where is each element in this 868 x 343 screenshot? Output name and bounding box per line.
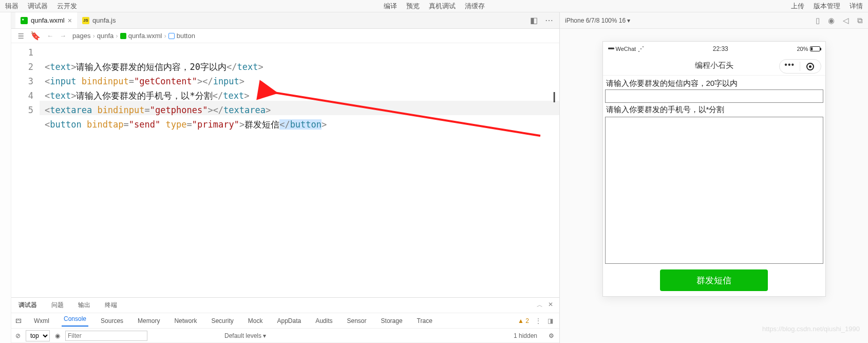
signal-icon: •••••	[608, 45, 614, 52]
more-icon[interactable]: ⋯	[545, 15, 553, 25]
popout-icon[interactable]: ⧉	[857, 16, 863, 25]
devtab-terminal[interactable]: 终端	[98, 298, 124, 313]
menubar: 辑器 调试器 云开发 编译 预览 真机调试 清缓存 上传 版本管理 详情	[0, 0, 868, 12]
scope-select[interactable]: top	[26, 330, 50, 341]
status-time: 22:33	[644, 45, 797, 52]
close-icon[interactable]: ✕	[548, 301, 553, 310]
wxml-file-icon	[120, 33, 126, 39]
tab-qunfa-wxml[interactable]: qunfa.wxml ×	[15, 12, 77, 28]
menu-preview[interactable]: 预览	[406, 2, 420, 11]
breadcrumb-part[interactable]: pages	[72, 32, 90, 40]
device-select[interactable]: iPhone 6/7/8 100% 16 ▾	[565, 17, 816, 24]
tab-label: qunfa.wxml	[31, 16, 65, 24]
menu-details[interactable]: 详情	[850, 2, 863, 11]
devtools-panel: 调试器 问题 输出 终端 ︿ ✕ ⮹ Wxml Cons	[11, 297, 559, 343]
code-content[interactable]: <text>请输入你要群发的短信内容，20字以内</text> <input b…	[40, 43, 559, 297]
tab-qunfa-js[interactable]: JS qunfa.js	[77, 12, 121, 28]
breadcrumb-part[interactable]: qunfa.wxml	[128, 32, 162, 40]
subtab-wxml[interactable]: Wxml	[32, 317, 51, 324]
mute-icon[interactable]: ◁	[843, 16, 849, 25]
tab-label: qunfa.js	[92, 16, 116, 24]
breadcrumb-part[interactable]: qunfa	[97, 32, 114, 40]
subtab-console[interactable]: Console	[62, 315, 88, 327]
phone-label: 请输入你要群发的手机号，以*分割	[605, 103, 823, 116]
collapse-icon[interactable]: ︿	[537, 301, 543, 310]
clear-console-icon[interactable]: ⊘	[15, 332, 21, 339]
line-numbers: 1 2 3 4 5	[11, 43, 40, 297]
text-cursor-icon: Ⅰ	[552, 91, 556, 105]
eye-icon[interactable]: ◉	[55, 332, 60, 339]
watermark: https://blog.csdn.net/qiushi_1990	[762, 325, 860, 333]
subtab-appdata[interactable]: AppData	[275, 317, 303, 324]
code-editor[interactable]: 1 2 3 4 5 <text>请输入你要群发的短信内容，20字以内</text…	[11, 43, 559, 297]
devtab-output[interactable]: 输出	[71, 298, 98, 313]
warn-badge[interactable]: ▲ 2	[518, 317, 529, 324]
devtab-debugger[interactable]: 调试器	[11, 298, 44, 313]
bookmark-icon[interactable]: 🔖	[30, 31, 41, 41]
device-frame: ••••• WeChat ⋰ 22:33 20% 编程小石头 •••	[602, 41, 826, 297]
menu-compile[interactable]: 编译	[384, 2, 397, 11]
battery-indicator: 20%	[797, 46, 820, 52]
subtab-security[interactable]: Security	[209, 317, 235, 324]
simulator-toolbar: iPhone 6/7/8 100% 16 ▾ ▯ ◉ ◁ ⧉	[560, 12, 868, 29]
phone-textarea[interactable]	[605, 117, 823, 264]
subtab-memory[interactable]: Memory	[136, 317, 162, 324]
battery-icon	[810, 46, 820, 51]
mini-nav-bar: 编程小石头 •••	[603, 56, 825, 76]
kebab-icon[interactable]: ⋮	[535, 317, 541, 324]
hidden-count: 1 hidden	[514, 332, 543, 339]
menu-dots-icon[interactable]: •••	[780, 62, 801, 71]
capsule-button[interactable]: •••	[779, 59, 821, 74]
list-icon[interactable]: ≣	[17, 31, 24, 41]
menu-remote-debug[interactable]: 真机调试	[429, 2, 456, 11]
sidebar-collapsed[interactable]	[0, 12, 11, 343]
js-file-icon: JS	[82, 17, 89, 24]
devtab-problems[interactable]: 问题	[44, 298, 71, 313]
menu-clear-cache[interactable]: 清缓存	[465, 2, 485, 11]
settings-gear-icon[interactable]: ⚙	[549, 332, 559, 339]
subtab-audits[interactable]: Audits	[313, 317, 334, 324]
breadcrumb[interactable]: pages › qunfa › qunfa.wxml › button	[72, 32, 195, 40]
close-icon[interactable]: ×	[68, 16, 72, 25]
send-sms-button[interactable]: 群发短信	[660, 269, 768, 291]
subtab-sensor[interactable]: Sensor	[345, 317, 369, 324]
nav-back-icon[interactable]: ←	[47, 32, 53, 40]
split-editor-icon[interactable]: ◧	[530, 15, 538, 25]
menu-cloud[interactable]: 云开发	[57, 2, 77, 11]
record-icon[interactable]: ◉	[828, 16, 835, 25]
mini-program-page: 请输入你要群发的短信内容，20字以内 请输入你要群发的手机号，以*分割 群发短信	[603, 76, 825, 296]
menu-debugger[interactable]: 调试器	[28, 2, 48, 11]
wifi-icon: ⋰	[638, 45, 644, 52]
subtab-sources[interactable]: Sources	[99, 317, 125, 324]
file-tabs: qunfa.wxml × JS qunfa.js ◧ ⋯	[11, 12, 559, 29]
menu-upload[interactable]: 上传	[791, 2, 804, 11]
close-ring-icon[interactable]	[800, 62, 821, 70]
editor-gutter: ≣ 🔖 ← → pages › qunfa › qunfa.wxml ›	[11, 29, 559, 43]
inspect-icon[interactable]: ⮹	[15, 317, 22, 324]
levels-select[interactable]: Default levels ▾	[224, 332, 266, 339]
sms-content-label: 请输入你要群发的短信内容，20字以内	[605, 77, 823, 89]
wxml-file-icon	[21, 17, 28, 24]
subtab-network[interactable]: Network	[172, 317, 199, 324]
carrier-label: WeChat	[616, 46, 636, 52]
dock-icon[interactable]: ◨	[548, 317, 553, 324]
nav-forward-icon[interactable]: →	[60, 32, 66, 40]
filter-input[interactable]	[65, 331, 147, 341]
page-title: 编程小石头	[695, 61, 733, 70]
device-icon[interactable]: ▯	[816, 16, 820, 25]
element-icon	[168, 33, 175, 39]
menu-editor[interactable]: 辑器	[5, 2, 18, 11]
breadcrumb-part[interactable]: button	[177, 32, 195, 40]
sms-content-input[interactable]	[605, 89, 823, 103]
subtab-trace[interactable]: Trace	[415, 317, 435, 324]
subtab-mock[interactable]: Mock	[246, 317, 265, 324]
status-bar: ••••• WeChat ⋰ 22:33 20%	[603, 42, 825, 56]
subtab-storage[interactable]: Storage	[379, 317, 405, 324]
menu-version[interactable]: 版本管理	[814, 2, 840, 11]
